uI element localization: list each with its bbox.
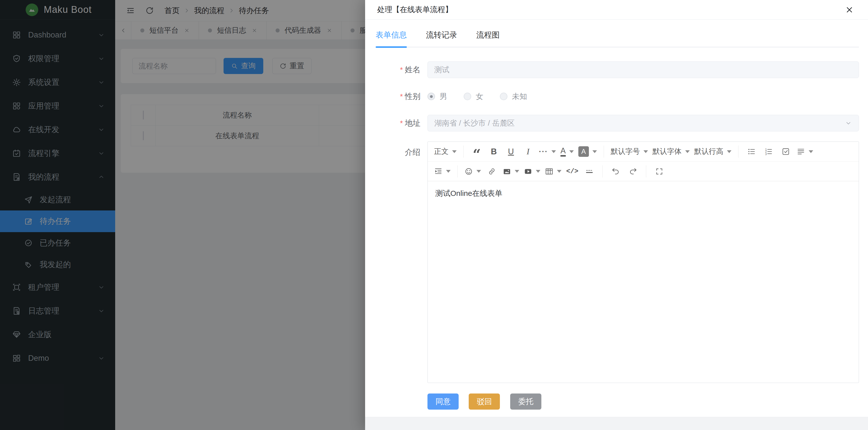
insert-table-dropdown[interactable] — [545, 164, 561, 178]
tab-flow-diagram[interactable]: 流程图 — [476, 30, 500, 47]
radio-dot — [428, 93, 435, 100]
drawer-header: 处理【在线表单流程】 — [365, 0, 868, 20]
caret-down-icon — [644, 150, 648, 153]
process-drawer: 处理【在线表单流程】 表单信息 流转记录 流程图 姓名 测试 性别 — [365, 0, 868, 430]
caret-down-icon — [809, 150, 813, 153]
address-cascader[interactable]: 湖南省 / 长沙市 / 岳麓区 — [428, 115, 859, 132]
emoji-icon — [464, 167, 473, 176]
insert-link-button[interactable] — [486, 164, 498, 178]
caret-down-icon — [592, 150, 597, 153]
indent-icon — [434, 167, 442, 176]
toolbar-divider — [602, 165, 603, 177]
horizontal-rule-button[interactable] — [583, 164, 596, 178]
caret-down-icon — [476, 170, 481, 173]
toolbar-row-2: </> — [428, 161, 859, 181]
bullet-list-icon — [747, 147, 756, 156]
font-size-dropdown[interactable]: 默认字号 — [611, 144, 648, 159]
redo-icon — [629, 167, 637, 176]
radio-dot — [464, 93, 471, 100]
caret-down-icon — [446, 170, 451, 173]
fullscreen-icon — [655, 167, 663, 176]
form-row-address: 地址 湖南省 / 长沙市 / 岳麓区 — [376, 115, 859, 132]
caret-down-icon — [727, 150, 732, 153]
reject-button[interactable]: 驳回 — [469, 394, 500, 410]
fullscreen-button[interactable] — [653, 164, 665, 178]
editor-content[interactable]: 测试Online在线表单 — [428, 181, 859, 383]
screen: Maku Boot Dashboard 权限管理 系统设置 应用管理 — [0, 0, 868, 430]
undo-button[interactable] — [610, 164, 622, 178]
insert-image-dropdown[interactable] — [503, 164, 519, 178]
todo-checkbox-icon — [781, 147, 790, 156]
todo-list-button[interactable] — [779, 144, 792, 159]
emoji-dropdown[interactable] — [464, 164, 481, 178]
insert-video-dropdown[interactable] — [524, 164, 540, 178]
font-family-dropdown[interactable]: 默认字体 — [652, 144, 690, 159]
toolbar-divider — [457, 165, 458, 177]
redo-button[interactable] — [627, 164, 639, 178]
gender-label: 性别 — [376, 91, 421, 102]
drawer-body: 表单信息 流转记录 流程图 姓名 测试 性别 — [365, 20, 868, 417]
underline-button[interactable]: U — [505, 144, 517, 159]
caret-down-icon — [685, 150, 690, 153]
toolbar-divider — [738, 145, 739, 157]
image-icon — [503, 167, 511, 176]
address-label: 地址 — [376, 118, 421, 128]
chevron-down-icon — [845, 119, 852, 127]
video-icon — [524, 167, 532, 176]
caret-down-icon — [452, 150, 457, 153]
paragraph-style-dropdown[interactable]: 正文 — [434, 144, 457, 159]
name-label: 姓名 — [376, 64, 421, 75]
line-height-dropdown[interactable]: 默认行高 — [694, 144, 732, 159]
delegate-button[interactable]: 委托 — [510, 394, 541, 410]
svg-text:3: 3 — [765, 152, 767, 155]
gender-radio-group: 男 女 未知 — [428, 88, 859, 105]
drawer-bottom-strip — [365, 417, 868, 430]
caret-down-icon — [515, 170, 519, 173]
toolbar-row-1: 正文 “ B U I ··· A A 默认字号 — [428, 142, 859, 161]
radio-dot — [500, 93, 507, 100]
radio-male[interactable]: 男 — [428, 91, 447, 102]
process-form: 姓名 测试 性别 男 女 — [376, 61, 859, 383]
background-color-dropdown[interactable]: A — [578, 144, 597, 159]
drawer-tabs: 表单信息 流转记录 流程图 — [376, 30, 859, 47]
ordered-list-icon: 123 — [765, 147, 773, 156]
radio-female[interactable]: 女 — [464, 91, 483, 102]
form-row-name: 姓名 测试 — [376, 61, 859, 78]
caret-down-icon — [551, 150, 556, 153]
tab-flow-records[interactable]: 流转记录 — [426, 30, 457, 47]
intro-label: 介绍 — [376, 142, 421, 157]
editor-toolbar: 正文 “ B U I ··· A A 默认字号 — [428, 142, 859, 181]
italic-button[interactable]: I — [522, 144, 534, 159]
toolbar-divider — [646, 165, 646, 177]
indent-dropdown[interactable] — [434, 164, 451, 178]
divider-line-icon — [585, 167, 594, 176]
undo-icon — [612, 167, 620, 176]
more-styles-dropdown[interactable]: ··· — [539, 144, 556, 159]
toolbar-divider — [463, 145, 464, 157]
caret-down-icon — [569, 150, 574, 153]
drawer-title: 处理【在线表单流程】 — [377, 4, 453, 15]
caret-down-icon — [557, 170, 561, 173]
form-row-gender: 性别 男 女 未知 — [376, 88, 859, 105]
bold-button[interactable]: B — [488, 144, 500, 159]
caret-down-icon — [536, 170, 540, 173]
blockquote-button[interactable]: “ — [470, 144, 483, 159]
ordered-list-button[interactable]: 123 — [763, 144, 775, 159]
bullet-list-button[interactable] — [745, 144, 758, 159]
radio-unknown[interactable]: 未知 — [500, 91, 527, 102]
form-row-intro: 介绍 正文 “ B U I ··· A — [376, 142, 859, 383]
link-icon — [488, 167, 496, 176]
drawer-actions: 同意 驳回 委托 — [376, 394, 859, 410]
code-block-button[interactable]: </> — [566, 164, 579, 178]
table-icon — [545, 167, 553, 176]
name-field[interactable]: 测试 — [428, 61, 859, 78]
justify-dropdown[interactable] — [797, 144, 813, 159]
rich-text-editor: 正文 “ B U I ··· A A 默认字号 — [428, 142, 859, 383]
close-icon[interactable] — [845, 5, 854, 15]
align-justify-icon — [797, 147, 805, 156]
font-color-dropdown[interactable]: A — [560, 144, 574, 159]
tab-form-info[interactable]: 表单信息 — [376, 30, 407, 47]
approve-button[interactable]: 同意 — [428, 394, 459, 410]
